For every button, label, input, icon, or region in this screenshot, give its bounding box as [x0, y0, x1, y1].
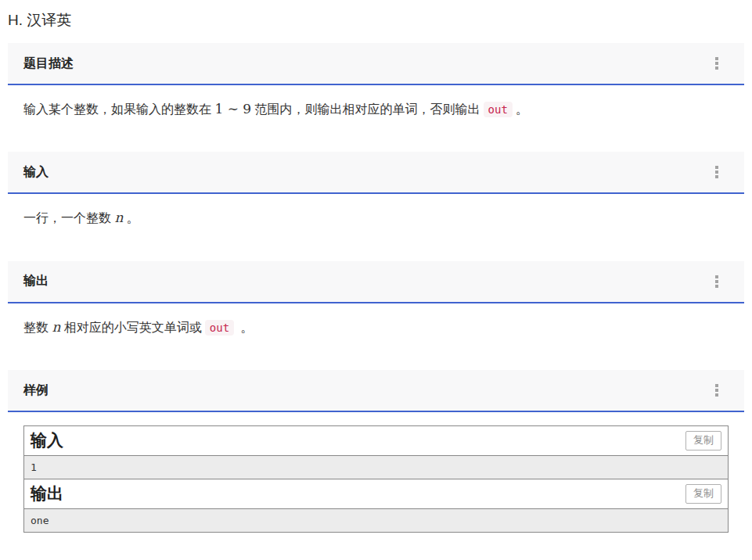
inline-code: out — [205, 320, 234, 336]
text-segment: 。 — [237, 321, 253, 334]
math-segment: 1 ∼ 9 — [214, 101, 251, 117]
section-input: 输入 一行，一个整数 n 。 — [8, 152, 744, 249]
kebab-menu-icon[interactable] — [713, 163, 721, 181]
sample-output-value: one — [24, 508, 729, 533]
kebab-menu-icon[interactable] — [713, 382, 721, 399]
section-output-body: 整数 n 相对应的小写英文单词或out 。 — [8, 303, 744, 358]
text-segment: 一行，一个整数 — [23, 211, 114, 224]
text-segment: 输入某个整数，如果输入的整数在 — [23, 102, 214, 116]
sample-output-header-row: 输出 复制 — [24, 479, 729, 508]
copy-output-button[interactable]: 复制 — [685, 484, 721, 504]
section-samples-body: 输入 复制 1 输出 复制 — [8, 412, 744, 540]
kebab-menu-icon[interactable] — [713, 55, 721, 72]
math-segment: n — [114, 210, 123, 225]
sample-output-value-row: one — [24, 508, 729, 533]
section-description-title: 题目描述 — [23, 56, 74, 72]
section-description-header: 题目描述 — [8, 43, 744, 85]
section-output-header: 输出 — [8, 261, 744, 303]
section-input-body: 一行，一个整数 n 。 — [8, 194, 744, 249]
input-text: 一行，一个整数 n 。 — [23, 206, 729, 228]
problem-title: H. 汉译英 — [8, 10, 744, 31]
section-samples-header: 样例 — [8, 370, 744, 412]
copy-input-button[interactable]: 复制 — [685, 431, 721, 451]
math-segment: n — [52, 319, 60, 335]
sample-input-value: 1 — [24, 455, 729, 479]
text-segment: 相对应的小写英文单词或 — [60, 321, 201, 334]
section-input-header: 输入 — [8, 152, 744, 194]
text-segment: 范围内，则输出相对应的单词，否则输出 — [251, 102, 480, 116]
output-text: 整数 n 相对应的小写英文单词或out 。 — [23, 316, 729, 338]
sample-input-label: 输入 — [31, 429, 63, 452]
sample-table: 输入 复制 1 输出 复制 — [23, 425, 729, 533]
section-samples-title: 样例 — [23, 382, 49, 399]
kebab-menu-icon[interactable] — [713, 273, 721, 290]
section-samples: 样例 输入 复制 1 — [8, 370, 744, 540]
sample-output-label: 输出 — [31, 482, 63, 505]
text-segment: 整数 — [23, 321, 52, 334]
section-description-body: 输入某个整数，如果输入的整数在 1 ∼ 9 范围内，则输出相对应的单词，否则输出… — [8, 85, 744, 140]
section-input-title: 输入 — [23, 164, 49, 181]
problem-page: H. 汉译英 题目描述 输入某个整数，如果输入的整数在 1 ∼ 9 范围内，则输… — [0, 10, 752, 540]
text-segment: 。 — [516, 102, 528, 116]
sample-input-header-row: 输入 复制 — [24, 426, 729, 455]
text-segment: 。 — [123, 211, 139, 224]
inline-code: out — [484, 102, 513, 117]
section-output-title: 输出 — [23, 273, 49, 289]
section-description: 题目描述 输入某个整数，如果输入的整数在 1 ∼ 9 范围内，则输出相对应的单词… — [8, 43, 744, 140]
section-output: 输出 整数 n 相对应的小写英文单词或out 。 — [8, 261, 744, 358]
description-text: 输入某个整数，如果输入的整数在 1 ∼ 9 范围内，则输出相对应的单词，否则输出… — [23, 98, 729, 120]
sample-input-value-row: 1 — [24, 455, 729, 479]
